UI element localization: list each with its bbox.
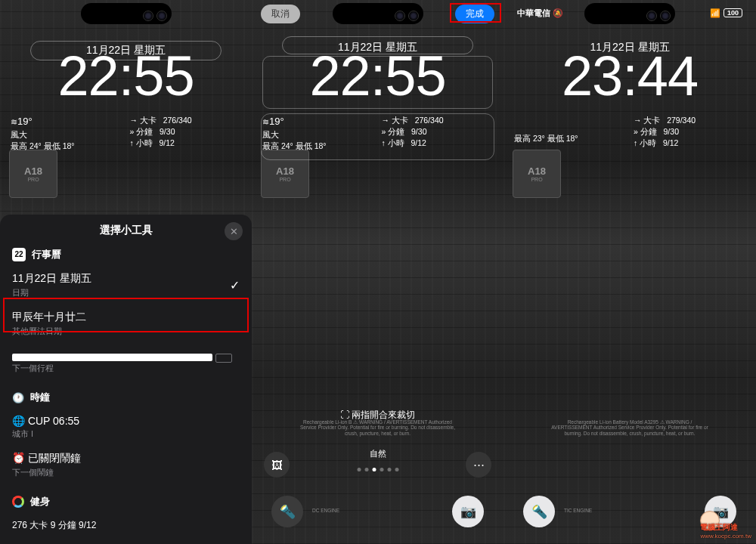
sheet-title: 選擇小工具 [0,224,252,237]
chip-name: A18 [24,165,42,177]
phone-screenshot-2: A18 PRO Rechargeable Li-ion B ⚠ WARNING … [252,0,503,544]
hours-label: ↑ 小時 [130,138,153,147]
option-sub: 其他曆法日期 [12,326,240,337]
flashlight-icon: 🔦 [531,504,547,520]
clock-icon: 🕐 [12,392,24,403]
dot [395,468,398,471]
widget-option-world-clock[interactable]: 🌐 CUP 06:55 城市 I [12,409,240,446]
phone-screenshot-3: A18 PRO Rechargeable Li-ion Battery Mode… [503,0,756,544]
silent-icon: 🔕 [553,8,563,17]
watermark-name: 電腦王阿達 [700,523,738,531]
globe-icon: 🌐 [12,415,25,427]
option-sub: 城市 I [12,428,240,440]
dot [380,468,383,471]
more-button[interactable]: ⋯ [466,452,491,478]
wind-icon: ≋ [262,117,269,126]
hi-lo: 最高 23° 最低 18° [514,133,626,144]
editor-topbar: 取消 完成 [252,5,503,23]
crop-icon: ⛶ [340,410,349,420]
dot [387,468,391,471]
dot [364,468,368,471]
lockscreen-clock[interactable]: 22:55 [0,48,252,104]
calories-label: → 大卡 [130,116,156,125]
minutes-label: » 分鐘 [130,127,153,136]
weather-widget[interactable]: 最高 23° 最低 18° [514,115,626,159]
calories-value: 276/340 [163,116,192,125]
flashlight-icon: 🔦 [280,504,296,520]
activity-rings-icon [12,496,24,508]
photo-picker-button[interactable]: 🖼 [264,452,290,478]
lockscreen-widgets[interactable]: 最高 23° 最低 18° → 大卡 279/340 » 分鐘 9/30 ↑ 小… [514,115,745,159]
fitness-widget[interactable]: → 大卡 279/340 » 分鐘 9/30 ↑ 小時 9/12 [626,115,745,159]
wind-icon: ≋ [11,117,17,126]
fitness-widget[interactable]: → 大卡 276/340 » 分鐘 9/30 ↑ 小時 9/12 [122,115,242,159]
engine-label: TIC ENGINE [564,508,592,514]
watermark-url: www.kocpc.com.tw [700,533,751,539]
lockscreen-widgets[interactable]: ≋19° 風大 最高 24° 最低 18° → 大卡 276/340 » 分鐘 … [262,115,493,159]
watermark: 電腦王阿達 www.kocpc.com.tw [700,522,751,539]
close-button[interactable]: ✕ [225,222,243,240]
option-sub: 下一個鬧鐘 [12,467,240,478]
option-title: 11月22日 星期五 [12,272,91,286]
fitness-widget[interactable]: → 大卡 276/340 » 分鐘 9/30 ↑ 小時 9/12 [374,115,494,159]
wifi-icon: 📶 [710,8,720,18]
phone-screenshot-1: A18 PRO 11月22日 星期五 22:55 ≋19° 風大 最高 24° … [0,0,252,544]
progress-bar-icon [12,354,212,361]
checkmark-icon: ✓ [230,278,240,292]
pinch-hint: ⛶ 兩指開合來裁切 [252,409,503,422]
dot-current [372,468,376,471]
alarm-icon: ⏰ [12,452,25,464]
chip-sub: PRO [27,177,39,182]
camera-icon: 📷 [460,504,476,520]
option-sub: 下一個行程 [12,363,240,374]
camera-lens-icon [156,11,167,21]
widget-picker-sheet: 選擇小工具 ✕ 22 行事曆 11月22日 星期五 日期 ✓ 甲辰年十月廿二 其… [0,215,252,544]
camera-lens-icon [143,11,153,21]
section-calendar: 22 行事曆 [12,248,240,261]
option-sub: 日期 [12,287,91,298]
minutes-value: 9/30 [160,127,175,136]
widget-option-fitness[interactable]: 276 大卡 9 分鐘 9/12 [12,513,240,538]
carrier-name: 中華電信 [517,8,550,17]
section-clock: 🕐 時鐘 [12,391,240,404]
flashlight-button[interactable]: 🔦 [523,496,555,527]
widget-option-next-event[interactable]: 下一個行程 [12,343,240,380]
hours-value: 9/12 [159,138,174,147]
flashlight-button[interactable]: 🔦 [271,496,303,527]
lockscreen-clock: 23:44 [503,48,756,104]
weather-widget[interactable]: ≋19° 風大 最高 24° 最低 18° [11,115,122,159]
battery-warning-text: Rechargeable Li-ion B ⚠ WARNING / AVERTI… [297,419,458,437]
dot [357,468,361,471]
cancel-button[interactable]: 取消 [261,5,300,23]
section-fitness: 健身 [12,495,240,508]
widget-option-date[interactable]: 11月22日 星期五 日期 ✓ [12,266,240,304]
lockscreen-widgets[interactable]: ≋19° 風大 最高 24° 最低 18° → 大卡 276/340 » 分鐘 … [11,115,241,159]
done-button[interactable]: 完成 [455,5,494,23]
widget-option-alt-date[interactable]: 甲辰年十月廿二 其他曆法日期 [12,304,240,343]
battery-indicator: 100 [723,8,742,17]
weather-widget[interactable]: ≋19° 風大 最高 24° 最低 18° [262,115,374,159]
style-name: 自然 [370,448,386,459]
battery-warning-text: Rechargeable Li-ion Battery Model A3295 … [549,419,711,437]
camera-button[interactable]: 📷 [452,496,484,527]
option-title: 甲辰年十月廿二 [12,311,240,324]
temperature: 19° [17,116,33,127]
wind-label: 風大 [11,129,122,141]
dynamic-island [81,3,172,24]
calendar-app-icon: 22 [12,248,26,261]
page-dots [357,468,398,471]
status-bar: 中華電信 🔕 📶 100 [503,6,756,20]
hi-lo: 最高 24° 最低 18° [11,141,122,152]
lockscreen-clock[interactable]: 22:55 [252,48,503,104]
engine-label: DC ENGINE [312,508,339,514]
widget-option-alarm[interactable]: ⏰ 已關閉鬧鐘 下一個鬧鐘 [12,446,240,484]
